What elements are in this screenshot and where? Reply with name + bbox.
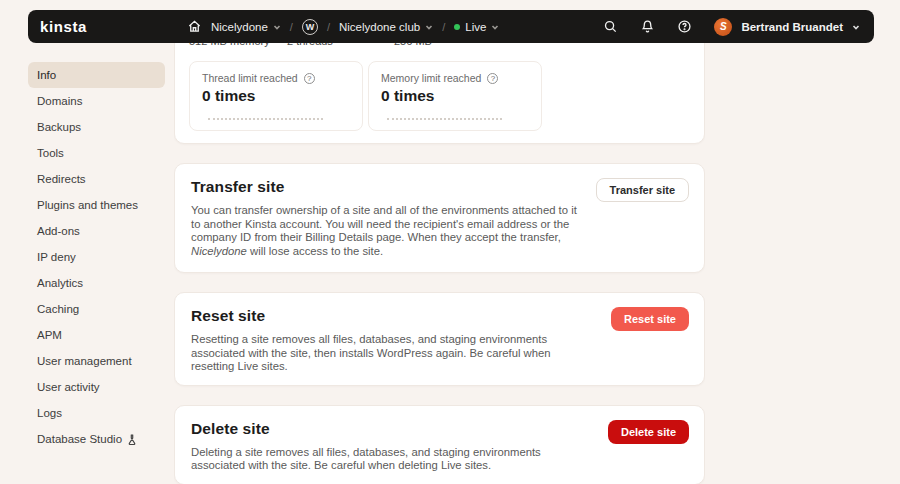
- sidebar-nav: Info Domains Backups Tools Redirects Plu…: [28, 62, 165, 452]
- sidebar-item-logs[interactable]: Logs: [28, 400, 165, 426]
- delete-site-card: Delete site Deleting a site removes all …: [174, 405, 705, 484]
- sidebar-item-user-activity[interactable]: User activity: [28, 374, 165, 400]
- breadcrumb-site-label: Nicelydone club: [339, 21, 420, 33]
- reset-site-description: Resetting a site removes all files, data…: [191, 333, 583, 374]
- sidebar-item-domains[interactable]: Domains: [28, 88, 165, 114]
- delete-site-description: Deleting a site removes all files, datab…: [191, 446, 583, 473]
- main-content: 512 MB memory 2 threads 256 MB Thread li…: [174, 42, 705, 484]
- breadcrumb-site[interactable]: Nicelydone club: [339, 21, 433, 33]
- resource-usage-card: 512 MB memory 2 threads 256 MB Thread li…: [174, 42, 705, 144]
- kinsta-logo: kinsta: [40, 18, 87, 35]
- breadcrumb-company-label: Nicelydone: [211, 21, 268, 33]
- memory-limit-value: 0 times: [381, 87, 529, 105]
- sidebar-item-info[interactable]: Info: [28, 62, 165, 88]
- reset-site-card: Reset site Resetting a site removes all …: [174, 292, 705, 386]
- transfer-desc-part2: will lose access to the site.: [247, 245, 383, 257]
- limit-cards-row: Thread limit reached 0 times Memory limi…: [175, 47, 704, 131]
- page: kinsta Nicelydone / W / Nicelydone club …: [0, 0, 900, 484]
- chevron-down-icon: [852, 23, 860, 31]
- transfer-site-description: You can transfer ownership of a site and…: [191, 204, 583, 258]
- help-circle-icon[interactable]: [304, 73, 315, 84]
- memory-limit-sparkline: [387, 118, 502, 120]
- sidebar-item-label: Database Studio: [37, 433, 122, 445]
- transfer-site-card: Transfer site You can transfer ownership…: [174, 163, 705, 273]
- thread-limit-sparkline: [208, 118, 323, 120]
- breadcrumb: Nicelydone / W / Nicelydone club / Live: [187, 19, 499, 35]
- thread-limit-header: Thread limit reached: [202, 72, 350, 84]
- thread-limit-card: Thread limit reached 0 times: [189, 61, 363, 131]
- avatar: S: [714, 18, 732, 36]
- breadcrumb-company[interactable]: Nicelydone: [211, 21, 281, 33]
- help-circle-icon[interactable]: [487, 73, 498, 84]
- breadcrumb-separator: /: [290, 21, 293, 33]
- memory-limit-label: Memory limit reached: [381, 72, 481, 84]
- notifications-bell-icon[interactable]: [640, 19, 655, 34]
- transfer-desc-sitename: Nicelydone: [191, 245, 247, 257]
- breadcrumb-separator: /: [442, 21, 445, 33]
- help-icon[interactable]: [677, 19, 692, 34]
- sidebar-item-tools[interactable]: Tools: [28, 140, 165, 166]
- transfer-site-button[interactable]: Transfer site: [596, 178, 689, 202]
- sidebar-item-redirects[interactable]: Redirects: [28, 166, 165, 192]
- chevron-down-icon: [273, 23, 281, 31]
- thread-limit-label: Thread limit reached: [202, 72, 298, 84]
- user-menu[interactable]: S Bertrand Bruandet: [714, 18, 860, 36]
- wordpress-icon[interactable]: W: [302, 19, 318, 35]
- chevron-down-icon: [425, 23, 433, 31]
- search-icon[interactable]: [603, 19, 618, 34]
- lab-flask-icon: [127, 434, 137, 445]
- chevron-down-icon: [491, 23, 499, 31]
- thread-limit-value: 0 times: [202, 87, 350, 105]
- reset-site-button[interactable]: Reset site: [611, 307, 689, 331]
- live-status-dot: [454, 24, 460, 30]
- sidebar-item-backups[interactable]: Backups: [28, 114, 165, 140]
- sidebar-item-apm[interactable]: APM: [28, 322, 165, 348]
- delete-site-button[interactable]: Delete site: [608, 420, 689, 444]
- sidebar-item-add-ons[interactable]: Add-ons: [28, 218, 165, 244]
- sidebar-item-caching[interactable]: Caching: [28, 296, 165, 322]
- sidebar-item-user-management[interactable]: User management: [28, 348, 165, 374]
- environment-selector[interactable]: Live: [454, 21, 499, 33]
- memory-limit-header: Memory limit reached: [381, 72, 529, 84]
- sidebar-item-database-studio[interactable]: Database Studio: [28, 426, 165, 452]
- environment-label: Live: [465, 21, 486, 33]
- sidebar-item-analytics[interactable]: Analytics: [28, 270, 165, 296]
- sidebar-item-plugins-and-themes[interactable]: Plugins and themes: [28, 192, 165, 218]
- memory-limit-card: Memory limit reached 0 times: [368, 61, 542, 131]
- top-navbar: kinsta Nicelydone / W / Nicelydone club …: [28, 10, 874, 43]
- breadcrumb-separator: /: [327, 21, 330, 33]
- user-name: Bertrand Bruandet: [741, 21, 843, 33]
- navbar-actions: S Bertrand Bruandet: [603, 18, 860, 36]
- home-icon[interactable]: [187, 19, 202, 34]
- sidebar-item-ip-deny[interactable]: IP deny: [28, 244, 165, 270]
- transfer-desc-part1: You can transfer ownership of a site and…: [191, 204, 577, 243]
